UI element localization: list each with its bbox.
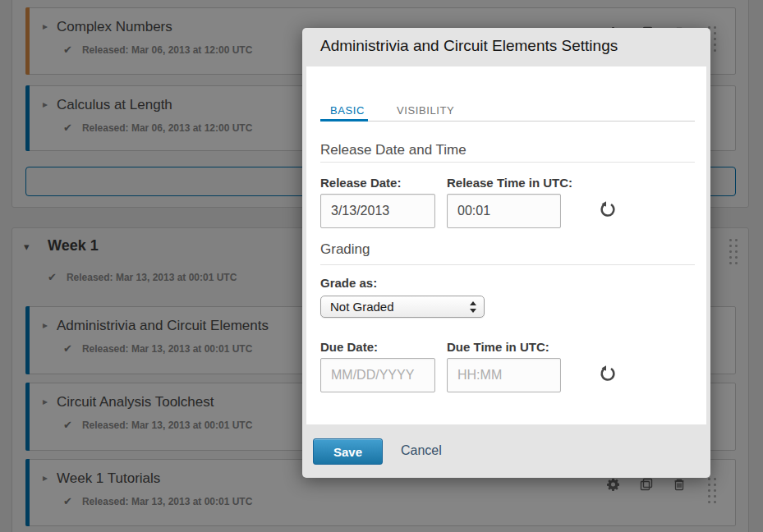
due-time-input[interactable] bbox=[447, 358, 561, 392]
reset-release-icon[interactable] bbox=[599, 199, 618, 218]
divider bbox=[320, 162, 695, 163]
course-outline-page: ▸ Complex Numbers ✔ Released: Mar 06, 20… bbox=[0, 0, 763, 532]
select-arrows-icon bbox=[470, 300, 476, 314]
active-tab-indicator bbox=[320, 119, 368, 122]
release-time-input[interactable] bbox=[447, 194, 561, 228]
release-time-label: Release Time in UTC: bbox=[447, 176, 572, 190]
cancel-button[interactable]: Cancel bbox=[401, 443, 442, 458]
modal-title: Administrivia and Circuit Elements Setti… bbox=[320, 37, 618, 55]
grade-as-select[interactable]: Not Graded bbox=[320, 296, 485, 318]
grade-as-value: Not Graded bbox=[330, 300, 394, 314]
release-date-label: Release Date: bbox=[320, 176, 401, 190]
save-button[interactable]: Save bbox=[313, 438, 383, 465]
release-section-heading: Release Date and Time bbox=[320, 142, 467, 158]
reset-due-icon[interactable] bbox=[599, 363, 618, 383]
tab-visibility[interactable]: VISIBILITY bbox=[397, 104, 454, 117]
divider bbox=[320, 264, 695, 265]
settings-modal: Administrivia and Circuit Elements Setti… bbox=[302, 28, 710, 478]
due-date-input[interactable] bbox=[320, 358, 435, 392]
grading-section-heading: Grading bbox=[320, 241, 370, 258]
release-date-input[interactable] bbox=[320, 194, 435, 228]
due-time-label: Due Time in UTC: bbox=[447, 340, 549, 354]
due-date-label: Due Date: bbox=[320, 340, 378, 354]
tab-divider bbox=[320, 121, 695, 122]
tab-basic[interactable]: BASIC bbox=[330, 104, 365, 117]
grade-as-label: Grade as: bbox=[320, 276, 377, 290]
modal-content: BASIC VISIBILITY Release Date and Time R… bbox=[306, 66, 706, 424]
